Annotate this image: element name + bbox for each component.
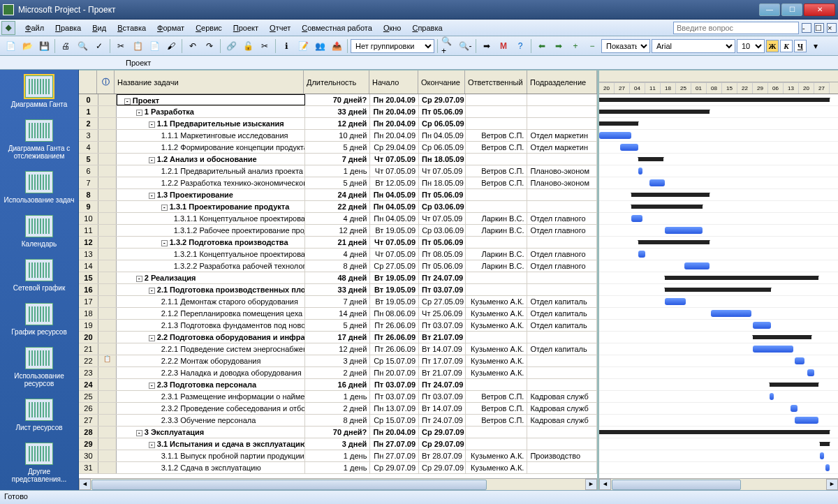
- row-number[interactable]: 6: [79, 165, 98, 177]
- responsible-cell[interactable]: Кузьменко А.К.: [466, 320, 528, 331]
- gantt-row[interactable]: [599, 367, 838, 379]
- responsible-cell[interactable]: Кузьменко А.К.: [466, 343, 528, 355]
- department-cell[interactable]: Отдел капиталь: [527, 320, 597, 331]
- task-bar[interactable]: [638, 251, 645, 258]
- gantt-timescale[interactable]: 202704111825010815222906132027: [599, 71, 838, 94]
- view-другие-представления...[interactable]: Другие представления...: [0, 437, 78, 489]
- gantt-row[interactable]: [599, 106, 838, 118]
- row-number[interactable]: 5: [79, 154, 98, 165]
- outline-toggle-icon[interactable]: -: [136, 110, 142, 116]
- duration-cell[interactable]: 12 дней: [305, 118, 371, 129]
- summary-bar[interactable]: [638, 157, 663, 161]
- gantt-row[interactable]: [599, 177, 838, 189]
- responsible-cell[interactable]: [466, 154, 528, 165]
- info-cell[interactable]: [98, 118, 117, 129]
- task-info-icon[interactable]: ℹ: [279, 38, 294, 54]
- responsible-cell[interactable]: Ветров С.П.: [466, 403, 528, 414]
- outline-toggle-icon[interactable]: -: [149, 121, 155, 128]
- row-number[interactable]: 8: [79, 189, 98, 200]
- row-number[interactable]: 31: [79, 462, 98, 473]
- responsible-cell[interactable]: Ветров С.П.: [466, 165, 528, 177]
- department-cell[interactable]: [527, 201, 597, 212]
- duration-cell[interactable]: 12 дней: [305, 343, 371, 355]
- info-cell[interactable]: [98, 249, 117, 260]
- duration-cell[interactable]: 17 дней: [305, 332, 371, 343]
- row-number[interactable]: 18: [79, 308, 98, 319]
- outline-toggle-icon[interactable]: -: [149, 157, 155, 163]
- gantt-row[interactable]: [599, 260, 838, 272]
- task-row[interactable]: 182.1.2 Перепланировка помещения цеха14 …: [79, 308, 597, 320]
- task-name-cell[interactable]: -1.2 Анализ и обоснование: [117, 154, 305, 165]
- info-cell[interactable]: [98, 415, 117, 426]
- help-icon[interactable]: ?: [513, 38, 528, 54]
- view-использование-задач[interactable]: Использование задач: [0, 165, 78, 209]
- info-cell[interactable]: [98, 379, 117, 390]
- task-name-cell[interactable]: 2.2.2 Монтаж оборудования: [117, 355, 305, 366]
- gantt-row[interactable]: [599, 94, 838, 106]
- task-row[interactable]: 24-2.3 Подготовка персонала16 днейПт 03.…: [79, 379, 597, 391]
- responsible-cell[interactable]: Ветров С.П.: [466, 177, 528, 188]
- task-name-cell[interactable]: 2.3.3 Обучение персонала: [117, 415, 305, 426]
- department-cell[interactable]: [527, 237, 597, 248]
- format-painter-icon[interactable]: 🖌: [163, 38, 179, 54]
- close-button[interactable]: ✕: [804, 3, 835, 16]
- task-row[interactable]: 141.3.2.2 Разработка рабочей технологиче…: [79, 260, 597, 272]
- department-cell[interactable]: Планово-эконом: [527, 165, 597, 177]
- undo-icon[interactable]: ↶: [185, 38, 200, 54]
- finish-cell[interactable]: Ср 03.06.09: [419, 225, 466, 236]
- task-bar[interactable]: [820, 452, 824, 459]
- info-cell[interactable]: [98, 403, 117, 414]
- task-bar[interactable]: [638, 168, 642, 175]
- start-cell[interactable]: Чт 07.05.09: [370, 237, 419, 248]
- row-number[interactable]: 11: [79, 225, 98, 236]
- summary-bar[interactable]: [753, 335, 811, 339]
- task-row[interactable]: 41.1.2 Формирование концепции продукта5 …: [79, 142, 597, 154]
- start-cell[interactable]: Пн 04.05.09: [370, 213, 419, 224]
- department-cell[interactable]: [527, 272, 597, 283]
- summary-bar[interactable]: [638, 240, 710, 244]
- row-number[interactable]: 23: [79, 367, 98, 378]
- row-number[interactable]: 1: [79, 106, 98, 117]
- responsible-cell[interactable]: Ларкин В.С.: [466, 260, 528, 272]
- task-name-cell[interactable]: -Проект: [117, 94, 305, 105]
- department-cell[interactable]: Отдел капиталь: [527, 296, 597, 307]
- responsible-cell[interactable]: [466, 438, 528, 450]
- info-cell[interactable]: [98, 320, 117, 331]
- gantt-row[interactable]: [599, 438, 838, 450]
- info-cell[interactable]: [98, 367, 117, 378]
- duration-cell[interactable]: 7 дней: [305, 154, 371, 165]
- paste-icon[interactable]: 📄: [147, 38, 162, 54]
- task-bar[interactable]: [795, 417, 818, 424]
- summary-bar[interactable]: [665, 288, 771, 292]
- responsible-cell[interactable]: [466, 237, 528, 248]
- row-number[interactable]: 0: [79, 94, 98, 105]
- task-row[interactable]: 20-2.2 Подготовка оборудования и инфраст…: [79, 332, 597, 343]
- task-row[interactable]: 303.1.1 Выпуск пробной партии продукции1…: [79, 450, 597, 462]
- outline-toggle-icon[interactable]: -: [136, 276, 142, 282]
- info-column-header[interactable]: ⓘ: [97, 71, 115, 94]
- info-cell[interactable]: [98, 427, 117, 438]
- show-subtasks-icon[interactable]: +: [568, 38, 583, 54]
- task-row[interactable]: 28-3 Эксплуатация70 дней?Пн 20.04.09Ср 2…: [79, 427, 597, 438]
- info-cell[interactable]: [98, 260, 117, 272]
- gantt-row[interactable]: [599, 403, 838, 415]
- unlink-icon[interactable]: 🔓: [240, 38, 256, 54]
- view-лист-ресурсов[interactable]: Лист ресурсов: [0, 393, 78, 437]
- cut-icon[interactable]: ✂: [113, 38, 128, 54]
- finish-cell[interactable]: Вт 21.07.09: [419, 332, 466, 343]
- info-cell[interactable]: [98, 177, 117, 188]
- info-cell[interactable]: [98, 106, 117, 117]
- task-bar[interactable]: [599, 132, 631, 139]
- task-row[interactable]: 8-1.3 Проектирование24 днейПн 04.05.09Пт…: [79, 189, 597, 201]
- menu-отчет[interactable]: Отчет: [264, 22, 296, 34]
- task-row[interactable]: 272.3.3 Обучение персонала8 днейСр 15.07…: [79, 415, 597, 427]
- view-диаграмма-ганта[interactable]: Диаграмма Ганта: [0, 70, 78, 114]
- start-cell[interactable]: Пн 27.07.09: [370, 450, 419, 461]
- info-cell[interactable]: [98, 94, 117, 105]
- duration-cell[interactable]: 8 дней: [305, 415, 371, 426]
- row-number[interactable]: 16: [79, 284, 98, 295]
- show-outline-select[interactable]: Показать: [601, 39, 650, 53]
- menu-правка[interactable]: Правка: [50, 22, 87, 34]
- duration-cell[interactable]: 7 дней: [305, 296, 371, 307]
- task-bar[interactable]: [807, 369, 814, 376]
